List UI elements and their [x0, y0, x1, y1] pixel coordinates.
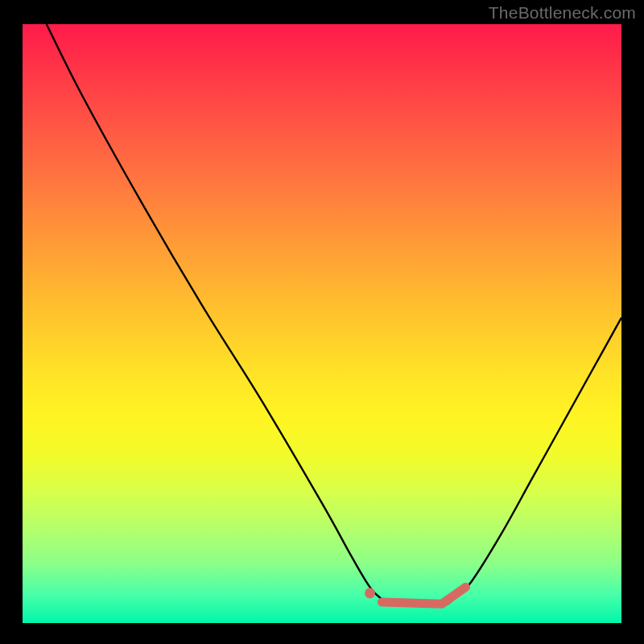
attribution-text: TheBottleneck.com	[489, 3, 636, 23]
curve-svg	[23, 24, 621, 623]
plot-area	[23, 24, 621, 623]
highlight-segment	[382, 587, 465, 604]
highlight-dot	[365, 588, 375, 598]
chart-frame: TheBottleneck.com	[0, 0, 644, 644]
bottleneck-curve	[47, 24, 621, 605]
